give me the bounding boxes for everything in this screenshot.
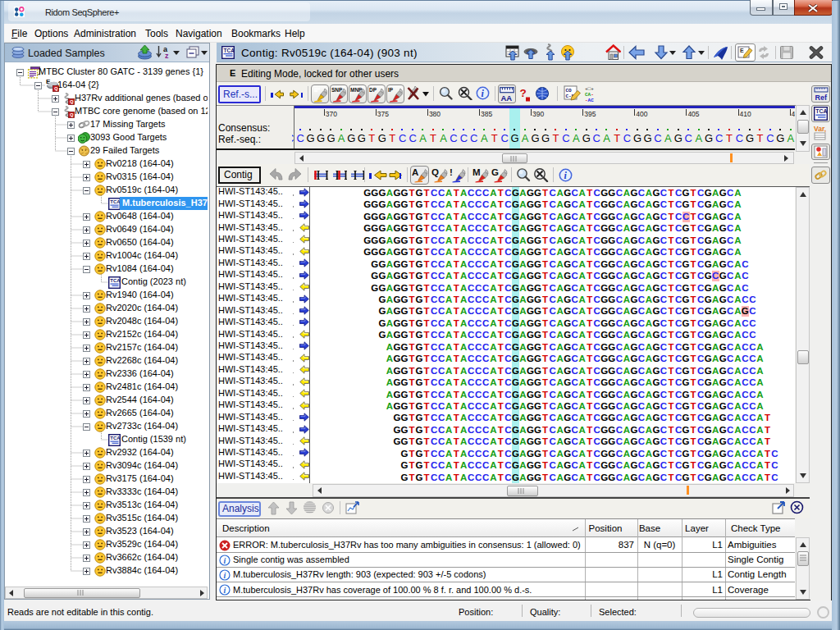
svg-text:TCA: TCA (815, 108, 827, 114)
svg-text:Ref: Ref (815, 94, 829, 101)
svg-text:?: ? (520, 87, 527, 99)
svg-text:TCA: TCA (110, 436, 121, 441)
svg-text:+□+: +□+ (585, 86, 594, 92)
svg-text:Q: Q (70, 99, 74, 104)
svg-text:M: M (472, 167, 481, 177)
svg-text:Q: Q (431, 167, 439, 177)
svg-text:A: A (412, 167, 418, 177)
svg-text:z: z (165, 52, 169, 60)
svg-text:i: i (224, 570, 226, 579)
svg-text:IP: IP (388, 86, 394, 92)
svg-text:i: i (224, 555, 226, 564)
svg-text:CA-: CA- (585, 92, 594, 98)
svg-text:-AC: -AC (585, 98, 594, 103)
svg-text:!: ! (450, 167, 453, 177)
svg-text:Q: Q (70, 112, 74, 117)
svg-text:DP: DP (369, 86, 377, 92)
svg-text:CO: CO (566, 88, 573, 94)
svg-text:G: G (491, 167, 499, 177)
svg-text:Var,: Var, (814, 125, 826, 133)
svg-text:TCA: TCA (224, 48, 235, 53)
svg-text:SNP: SNP (331, 86, 343, 92)
svg-text:E: E (740, 48, 744, 53)
svg-text:TCA: TCA (110, 278, 121, 283)
svg-text:i: i (224, 586, 226, 595)
svg-text:AA: AA (501, 94, 513, 102)
